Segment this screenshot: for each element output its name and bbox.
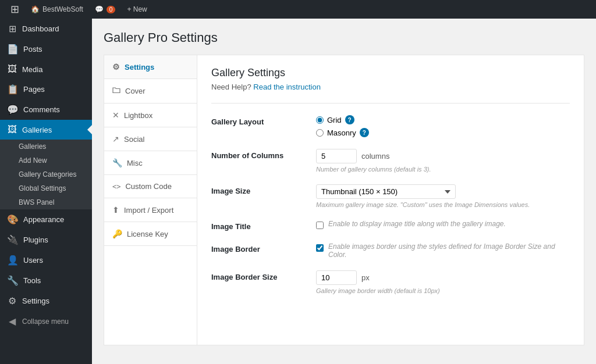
- sidebar-item-dashboard[interactable]: ⊞ Dashboard: [0, 19, 92, 39]
- license-key-tab-icon: 🔑: [112, 229, 122, 238]
- submenu-addnew-label[interactable]: Add New: [0, 154, 92, 167]
- wp-logo-button[interactable]: ⊞: [5, 0, 25, 19]
- border-size-hint: Gallery image border width (default is 1…: [316, 287, 570, 294]
- tab-misc[interactable]: 🔧 Misc: [104, 151, 197, 175]
- grid-help-icon[interactable]: ?: [345, 115, 354, 124]
- submenu-bws-label[interactable]: BWS Panel: [0, 195, 92, 209]
- image-title-checkbox[interactable]: [316, 222, 324, 229]
- submenu-categories-label[interactable]: Gallery Categories: [0, 167, 92, 181]
- sidebar-item-collapse[interactable]: ◀ Collapse menu: [0, 311, 92, 331]
- image-size-select[interactable]: Thumbnail (150 × 150) Medium (300 × 300)…: [316, 184, 456, 199]
- image-size-hint: Maximum gallery image size. "Custom" use…: [316, 201, 570, 208]
- submenu-item-add-new[interactable]: Add New: [0, 154, 92, 167]
- masonry-radio-row: Masonry ?: [316, 128, 570, 137]
- sidebar-item-posts[interactable]: 📄 Posts: [0, 39, 92, 59]
- image-border-field: Enable images border using the styles de…: [316, 242, 570, 259]
- columns-unit-label: columns: [361, 152, 389, 160]
- image-size-field: Thumbnail (150 × 150) Medium (300 × 300)…: [316, 184, 570, 208]
- tab-import-export[interactable]: ⬆ Import / Export: [104, 198, 197, 222]
- import-export-tab-icon: ⬆: [112, 205, 119, 215]
- site-name-button[interactable]: 🏠 BestWebSoft: [25, 0, 89, 19]
- tab-custom-code[interactable]: <> Custom Code: [104, 175, 197, 198]
- sidebar-plugins-label: Plugins: [23, 235, 48, 244]
- masonry-label[interactable]: Masonry: [327, 129, 356, 137]
- image-border-label: Image Border: [211, 242, 304, 254]
- comments-count-badge: 0: [107, 6, 116, 13]
- comments-button[interactable]: 💬 0: [89, 0, 122, 19]
- image-border-row: Image Border Enable images border using …: [211, 242, 570, 259]
- masonry-radio[interactable]: [316, 129, 324, 137]
- masonry-help-icon[interactable]: ?: [360, 128, 369, 137]
- image-border-size-label: Image Border Size: [211, 270, 304, 281]
- grid-radio[interactable]: [316, 116, 324, 124]
- sidebar-item-settings[interactable]: ⚙ Settings: [0, 291, 92, 311]
- gallery-settings-title: Gallery Settings: [211, 67, 570, 79]
- sidebar-media-label: Media: [22, 65, 42, 74]
- sidebar-comments-label: Comments: [23, 105, 60, 114]
- tab-license-key[interactable]: 🔑 License Key: [104, 222, 197, 246]
- image-title-field: Enable to display image title along with…: [316, 220, 570, 229]
- image-border-checkbox-label[interactable]: Enable images border using the styles de…: [328, 242, 570, 259]
- sidebar-users-label: Users: [23, 256, 43, 265]
- sidebar-item-appearance[interactable]: 🎨 Appearance: [0, 209, 92, 230]
- sidebar-item-tools[interactable]: 🔧 Tools: [0, 270, 92, 291]
- sidebar-item-galleries[interactable]: 🖼 Galleries Galleries Add New Gallery Ca…: [0, 120, 92, 209]
- pages-icon: 📋: [7, 84, 19, 95]
- users-icon: 👤: [7, 255, 19, 266]
- galleries-icon: 🖼: [7, 124, 17, 135]
- collapse-label: Collapse menu: [22, 317, 69, 326]
- lightbox-tab-label: Lightbox: [124, 111, 152, 120]
- submenu-item-gallery-categories[interactable]: Gallery Categories: [0, 167, 92, 181]
- settings-divider: [211, 103, 570, 104]
- sidebar: ⊞ Dashboard 📄 Posts 🖼 Media 📋 P: [0, 19, 92, 364]
- grid-radio-row: Grid ?: [316, 115, 570, 124]
- image-border-checkbox[interactable]: [316, 244, 324, 252]
- galleries-submenu: Galleries Add New Gallery Categories Glo…: [0, 140, 92, 209]
- image-title-checkbox-label[interactable]: Enable to display image title along with…: [328, 220, 506, 228]
- tab-social[interactable]: ↗ Social: [104, 127, 197, 151]
- new-content-button[interactable]: + New: [121, 0, 152, 19]
- misc-tab-label: Misc: [127, 159, 143, 167]
- settings-tab-icon: ⚙: [112, 62, 120, 72]
- image-border-checkbox-row: Enable images border using the styles de…: [316, 242, 570, 259]
- image-size-label: Image Size: [211, 184, 304, 195]
- num-columns-label: Number of Columns: [211, 149, 304, 160]
- tab-cover[interactable]: Cover: [104, 79, 197, 104]
- submenu-global-label[interactable]: Global Settings: [0, 181, 92, 195]
- sidebar-item-media[interactable]: 🖼 Media: [0, 59, 92, 79]
- sidebar-item-users[interactable]: 👤 Users: [0, 250, 92, 270]
- collapse-icon: ◀: [7, 316, 17, 327]
- read-instruction-link[interactable]: Read the instruction: [253, 83, 321, 91]
- import-export-tab-label: Import / Export: [124, 206, 173, 215]
- sidebar-item-comments[interactable]: 💬 Comments: [0, 99, 92, 120]
- sidebar-item-pages[interactable]: 📋 Pages: [0, 79, 92, 99]
- help-static-text: Need Help?: [211, 83, 251, 91]
- comments-menu-icon: 💬: [7, 104, 19, 115]
- sidebar-galleries-label: Galleries: [22, 126, 52, 134]
- cover-tab-label: Cover: [125, 87, 146, 95]
- image-size-row: Image Size Thumbnail (150 × 150) Medium …: [211, 184, 570, 208]
- page-title: Gallery Pro Settings: [104, 30, 584, 45]
- submenu-item-global-settings[interactable]: Global Settings: [0, 181, 92, 195]
- grid-label[interactable]: Grid: [327, 116, 342, 124]
- gallery-layout-field: Grid ? Masonry ?: [316, 115, 570, 137]
- sidebar-item-plugins[interactable]: 🔌 Plugins: [0, 230, 92, 250]
- columns-input[interactable]: [316, 149, 357, 163]
- sidebar-appearance-label: Appearance: [23, 215, 64, 224]
- posts-icon: 📄: [7, 44, 19, 55]
- new-label: + New: [127, 5, 147, 13]
- submenu-galleries-label[interactable]: Galleries: [0, 140, 92, 154]
- tab-settings[interactable]: ⚙ Settings: [104, 55, 197, 79]
- tab-lightbox[interactable]: ✕ Lightbox: [104, 104, 197, 127]
- settings-tab-label: Settings: [125, 63, 154, 72]
- submenu-item-bws-panel[interactable]: BWS Panel: [0, 195, 92, 209]
- sidebar-dashboard-label: Dashboard: [22, 24, 59, 33]
- border-size-input[interactable]: [316, 270, 357, 285]
- sidebar-settings-label: Settings: [22, 297, 49, 305]
- sidebar-pages-label: Pages: [23, 85, 45, 94]
- settings-content: Gallery Settings Need Help? Read the ins…: [197, 55, 584, 345]
- submenu-item-galleries[interactable]: Galleries: [0, 140, 92, 154]
- gallery-layout-row: Gallery Layout Grid ? Masonry ?: [211, 115, 570, 137]
- image-border-size-row: Image Border Size px Gallery image borde…: [211, 270, 570, 294]
- gallery-layout-radio-group: Grid ? Masonry ?: [316, 115, 570, 137]
